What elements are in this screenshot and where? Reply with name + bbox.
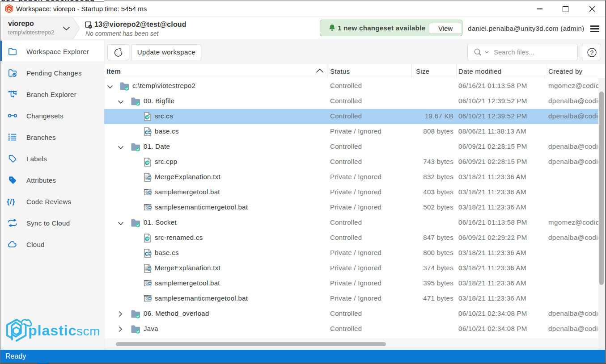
svg-text:scm: scm xyxy=(76,324,100,338)
svg-text:?: ? xyxy=(590,49,594,56)
svg-text:plastic: plastic xyxy=(28,322,76,339)
